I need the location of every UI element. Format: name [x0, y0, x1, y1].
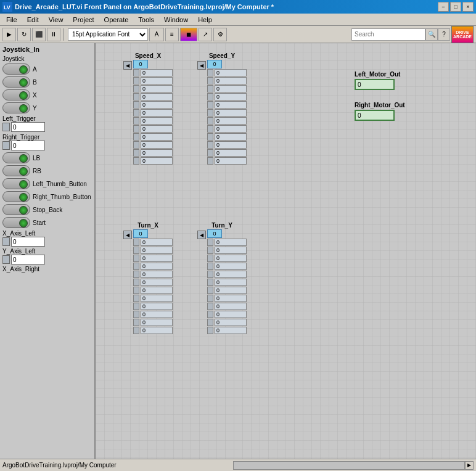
toggle-lb[interactable] — [2, 152, 30, 163]
turn-x-scroll-left[interactable]: ◀ — [123, 231, 132, 239]
menu-file[interactable]: File — [1, 15, 22, 25]
array-cell-value[interactable]: 0 — [141, 295, 173, 302]
extra-btn[interactable]: ⚙ — [213, 28, 227, 41]
array-row-indicator — [207, 93, 213, 100]
array-cell-value[interactable]: 0 — [141, 287, 173, 294]
y-axis-left-input[interactable] — [11, 255, 45, 264]
menu-operate[interactable]: Operate — [99, 15, 134, 25]
run-arrow-btn[interactable]: ▶ — [2, 28, 16, 41]
list-item: 0 — [133, 69, 173, 76]
x-axis-left-label: X_Axis_Left — [2, 230, 92, 237]
array-cell-value[interactable]: 0 — [215, 85, 247, 92]
array-cell-value[interactable]: 0 — [141, 247, 173, 254]
minimize-button[interactable]: − — [438, 2, 449, 12]
help-button[interactable]: ? — [438, 28, 450, 41]
left-trigger-input[interactable] — [11, 122, 45, 132]
array-cell-value[interactable]: 0 — [141, 303, 173, 310]
array-cell-value[interactable]: 0 — [141, 77, 173, 84]
array-cell-value[interactable]: 0 — [215, 279, 247, 286]
array-cell-value[interactable]: 0 — [215, 133, 247, 141]
menu-help[interactable]: Help — [193, 15, 217, 25]
pause-btn[interactable]: ⏸ — [47, 28, 60, 41]
array-cell-value[interactable]: 0 — [215, 255, 247, 262]
search-button[interactable]: 🔍 — [425, 28, 438, 41]
array-cell-value[interactable]: 0 — [141, 85, 173, 92]
array-cell-value[interactable]: 0 — [215, 149, 247, 157]
array-cell-value[interactable]: 0 — [215, 69, 247, 76]
text-size-btn[interactable]: A — [149, 28, 164, 41]
array-cell-value[interactable]: 0 — [141, 279, 173, 286]
array-cell-value[interactable]: 0 — [141, 263, 173, 270]
array-cell-value[interactable]: 0 — [141, 149, 173, 157]
array-cell-value[interactable]: 0 — [215, 101, 247, 109]
array-cell-value[interactable]: 0 — [215, 117, 247, 125]
toggle-x[interactable] — [2, 89, 30, 100]
array-cell-value[interactable]: 0 — [215, 287, 247, 294]
array-cell-value[interactable]: 0 — [141, 141, 173, 149]
array-cell-value[interactable]: 0 — [215, 93, 247, 100]
toggle-rb[interactable] — [2, 165, 30, 176]
list-item: 0 — [133, 263, 173, 270]
array-cell-value[interactable]: 0 — [141, 101, 173, 109]
array-cell-value[interactable]: 0 — [215, 271, 247, 278]
array-cell-value[interactable]: 0 — [215, 77, 247, 84]
x-axis-left-input[interactable] — [11, 237, 45, 247]
array-row-indicator — [133, 141, 139, 149]
maximize-button[interactable]: □ — [450, 2, 461, 12]
array-cell-value[interactable]: 0 — [215, 141, 247, 149]
toggle-start[interactable] — [2, 217, 30, 228]
menu-window[interactable]: Window — [159, 15, 193, 25]
horizontal-scrollbar[interactable] — [233, 461, 465, 470]
turn-y-scroll-left[interactable]: ◀ — [197, 231, 206, 239]
menu-edit[interactable]: Edit — [22, 15, 44, 25]
array-cell-value[interactable]: 0 — [215, 109, 247, 117]
array-cell-value[interactable]: 0 — [141, 117, 173, 125]
speed-y-scroll-left[interactable]: ◀ — [197, 61, 206, 70]
joystick-item-rb: RB — [2, 165, 92, 176]
toggle-a[interactable] — [2, 63, 30, 75]
array-cell-value[interactable]: 0 — [141, 255, 173, 262]
toggle-right-thumb[interactable] — [2, 191, 30, 202]
close-button[interactable]: × — [462, 2, 474, 12]
toggle-left-thumb[interactable] — [2, 178, 30, 189]
toggle-y[interactable] — [2, 102, 30, 113]
array-cell-value[interactable]: 0 — [215, 311, 247, 318]
array-cell-value[interactable]: 0 — [215, 327, 247, 334]
menu-view[interactable]: View — [44, 15, 68, 25]
array-cell-value[interactable]: 0 — [215, 295, 247, 302]
array-cell-value[interactable]: 0 — [215, 125, 247, 133]
right-trigger-input[interactable] — [11, 141, 45, 150]
array-cell-value[interactable]: 0 — [215, 157, 247, 165]
array-cell-value[interactable]: 0 — [141, 239, 173, 246]
run-continuously-btn[interactable]: ↻ — [17, 28, 31, 41]
array-cell-value[interactable]: 0 — [141, 69, 173, 76]
array-cell-value[interactable]: 0 — [141, 109, 173, 117]
list-item: 0 — [133, 271, 173, 278]
array-cell-value[interactable]: 0 — [141, 157, 173, 165]
toggle-stop-back[interactable] — [2, 204, 30, 215]
array-cell-value[interactable]: 0 — [141, 93, 173, 100]
font-selector[interactable]: 15pt Application Font — [68, 28, 148, 41]
array-cell-value[interactable]: 0 — [141, 125, 173, 133]
array-cell-value[interactable]: 0 — [215, 239, 247, 246]
array-cell-value[interactable]: 0 — [215, 319, 247, 326]
array-cell-value[interactable]: 0 — [141, 327, 173, 334]
array-cell-value[interactable]: 0 — [141, 311, 173, 318]
array-cell-value[interactable]: 0 — [141, 133, 173, 141]
array-cell-value[interactable]: 0 — [141, 319, 173, 326]
menu-tools[interactable]: Tools — [133, 15, 159, 25]
speed-x-scroll-left[interactable]: ◀ — [123, 61, 132, 70]
toggle-b[interactable] — [2, 76, 30, 88]
array-cell-value[interactable]: 0 — [141, 271, 173, 278]
abort-btn[interactable]: ⬛ — [32, 28, 46, 41]
text-align-btn[interactable]: ≡ — [165, 28, 179, 41]
left-motor-value: 0 — [355, 79, 395, 90]
array-cell-value[interactable]: 0 — [215, 263, 247, 270]
menu-project[interactable]: Project — [68, 15, 99, 25]
color-btn[interactable]: ◼ — [180, 28, 197, 41]
array-cell-value[interactable]: 0 — [215, 303, 247, 310]
array-cell-value[interactable]: 0 — [215, 247, 247, 254]
scroll-right-btn[interactable]: ▶ — [465, 461, 474, 470]
search-input[interactable] — [351, 28, 425, 41]
route-btn[interactable]: ↗ — [199, 28, 212, 41]
